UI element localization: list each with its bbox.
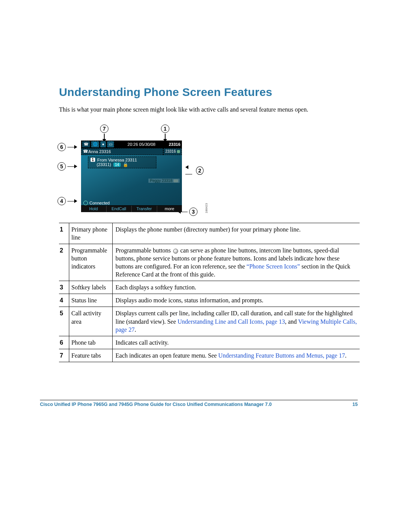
table-row: 3 Softkey labels Each displays a softkey…	[59, 281, 360, 294]
row-desc: Displays current calls per line, includi…	[112, 307, 360, 336]
phone-tab-icon: ☎	[82, 141, 90, 147]
legend-table: 1 Primary phone line Displays the phone …	[59, 223, 360, 362]
softkey-transfer: Transfer	[132, 206, 157, 212]
xref-line-call-icons[interactable]: Understanding Line and Call Icons, page …	[178, 318, 285, 325]
callout-bubble: 3	[189, 208, 198, 216]
feature-tab-icon: 🌐	[91, 141, 99, 147]
row-desc: Displays the phone number (directory num…	[112, 223, 360, 244]
callout-bubble: 6	[57, 143, 66, 151]
feature-tab-icon: ●	[100, 141, 106, 147]
lock-icon: 🔒	[123, 162, 128, 167]
phone-screen-diagram: 7 1 6 5 4 2 3	[59, 125, 204, 216]
row-label: Primary phone line	[69, 223, 112, 244]
page-heading: Understanding Phone Screen Features	[59, 86, 358, 99]
call-from-text: From Vanessa 23311	[97, 158, 137, 162]
softkey-more: more	[157, 206, 182, 212]
call-activity-area: 1 From Vanessa 23311 (23311) 14 🔒	[88, 157, 156, 168]
softkey-endcall: EndCall	[107, 206, 132, 212]
row-number: 2	[59, 244, 69, 281]
xref-feature-buttons-menus[interactable]: Understanding Feature Buttons and Menus,…	[218, 352, 345, 359]
row-number: 3	[59, 281, 69, 294]
xref-phone-screen-icons[interactable]: “Phone Screen Icons”	[247, 263, 300, 270]
programmable-button: 23316	[163, 148, 182, 155]
row-number: 7	[59, 349, 69, 362]
prog-button-icon	[177, 150, 180, 153]
softkey-hold: Hold	[81, 206, 107, 212]
line-label-text: Anna 23316	[88, 149, 111, 154]
row-desc: Displays audio mode icons, status inform…	[112, 294, 360, 307]
prog-button-label: 23316	[165, 149, 176, 153]
peggy-line: Peggy 23318	[148, 179, 180, 183]
callout-5: 5	[57, 162, 79, 171]
callout-bubble: 2	[196, 166, 204, 175]
table-row: 4 Status line Displays audio mode icons,…	[59, 294, 360, 307]
table-row: 7 Feature tabs Each indicates an open fe…	[59, 349, 360, 362]
phone-line-label: ☎ Anna 23316	[81, 148, 163, 155]
row-label: Phone tab	[69, 336, 112, 349]
callout-bubble: 1	[161, 125, 169, 133]
intro-paragraph: This is what your main phone screen migh…	[59, 105, 358, 114]
feature-tab-icon: ▭	[107, 141, 114, 147]
row-desc: Indicates call activity.	[112, 336, 360, 349]
row-number: 6	[59, 336, 69, 349]
row-desc: Each displays a softkey function.	[112, 281, 360, 294]
row-number: 4	[59, 294, 69, 307]
footer-page-number: 15	[352, 402, 358, 407]
softkey-row: Hold EndCall Transfer more	[81, 205, 182, 212]
row-label: Feature tabs	[69, 349, 112, 362]
phone-screen-mock: ☎ 🌐 ● ▭ 20:26 05/30/08 23316 ☎ Anna 2331…	[81, 141, 182, 212]
call-duration: 14	[113, 163, 121, 167]
row-desc: Each indicates an open feature menu. See…	[112, 349, 360, 362]
row-label: Softkey labels	[69, 281, 112, 294]
row-desc: Programmable buttons can serve as phone …	[112, 244, 360, 281]
callout-6: 6	[57, 143, 79, 151]
status-line: Connected	[81, 201, 182, 205]
table-row: 2 Programmable button indicators Program…	[59, 244, 360, 281]
row-label: Call activity area	[69, 307, 112, 336]
programmable-button-icon	[173, 249, 178, 254]
callout-1: 1	[161, 125, 169, 142]
row-number: 1	[59, 223, 69, 244]
call-sub-number: (23311)	[97, 162, 111, 167]
call-index: 1	[91, 158, 95, 162]
table-row: 5 Call activity area Displays current ca…	[59, 307, 360, 336]
footer-title: Cisco Unified IP Phone 7965G and 7945G P…	[40, 402, 272, 407]
time-date: 20:26 05/30/08	[114, 142, 169, 147]
page-footer: Cisco Unified IP Phone 7965G and 7945G P…	[40, 400, 358, 407]
prog-button-icon	[174, 179, 178, 182]
table-row: 6 Phone tab Indicates call activity.	[59, 336, 360, 349]
feature-tabs-area: ☎ 🌐 ● ▭	[81, 141, 114, 147]
row-number: 5	[59, 307, 69, 336]
table-row: 1 Primary phone line Displays the phone …	[59, 223, 360, 244]
row-label: Status line	[69, 294, 112, 307]
callout-2: 2	[184, 164, 204, 177]
row-label: Programmable button indicators	[69, 244, 112, 281]
callout-bubble: 5	[57, 162, 66, 171]
callout-7: 7	[100, 125, 108, 142]
callout-bubble: 7	[100, 125, 108, 133]
callout-4: 4	[57, 197, 79, 205]
primary-number: 23316	[169, 142, 182, 147]
callout-bubble: 4	[57, 197, 66, 205]
diagram-image-number: 186423	[205, 203, 208, 213]
